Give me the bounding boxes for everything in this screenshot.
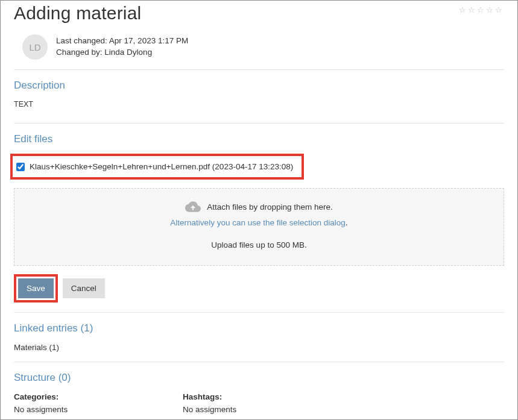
cloud-upload-icon — [185, 201, 201, 213]
description-section: Description TEXT — [14, 70, 504, 123]
changed-info: LD Last changed: Apr 17, 2023 1:17 PM Ch… — [14, 34, 504, 60]
last-changed-label: Last changed: — [56, 36, 107, 45]
changed-by-value: Linda Dylong — [104, 48, 152, 57]
last-changed-value: Apr 17, 2023 1:17 PM — [109, 36, 188, 45]
avatar: LD — [22, 34, 48, 60]
linked-entries-sub: Materials (1) — [14, 343, 504, 352]
hashtags-label: Hashtags: — [183, 392, 303, 401]
file-row-highlight: Klaus+Kieschke+Segeln+Lehren+und+Lernen.… — [10, 154, 304, 180]
cancel-button[interactable]: Cancel — [63, 278, 105, 298]
page-title: Adding material — [14, 3, 141, 24]
file-selection-link[interactable]: Alternatively you can use the file selec… — [170, 218, 345, 227]
dropzone-text: Attach files by dropping them here. — [207, 202, 333, 212]
categories-label: Categories: — [14, 392, 134, 401]
structure-title: Structure (0) — [14, 372, 504, 384]
file-dropzone[interactable]: Attach files by dropping them here. Alte… — [14, 188, 504, 266]
edit-files-section: Edit files Klaus+Kieschke+Segeln+Lehren+… — [14, 124, 504, 306]
description-body: TEXT — [14, 100, 504, 108]
linked-entries-title: Linked entries (1) — [14, 322, 504, 334]
description-title: Description — [14, 80, 504, 92]
save-button-highlight: Save — [14, 274, 58, 302]
rating-stars[interactable]: ☆☆☆☆☆ — [459, 3, 504, 14]
edit-files-title: Edit files — [14, 133, 504, 145]
hashtags-value: No assigments — [183, 405, 303, 414]
categories-value: No assigments — [14, 405, 134, 414]
save-button[interactable]: Save — [18, 278, 54, 298]
link-suffix: . — [346, 218, 348, 227]
changed-by-label: Changed by: — [56, 48, 103, 57]
file-name: Klaus+Kieschke+Segeln+Lehren+und+Lernen.… — [30, 162, 293, 171]
file-checkbox[interactable] — [16, 163, 25, 171]
dropzone-size-limit: Upload files up to 500 MB. — [21, 240, 497, 249]
linked-entries-section: Linked entries (1) Materials (1) — [14, 313, 504, 362]
structure-section: Structure (0) Categories: No assigments … — [14, 362, 504, 416]
